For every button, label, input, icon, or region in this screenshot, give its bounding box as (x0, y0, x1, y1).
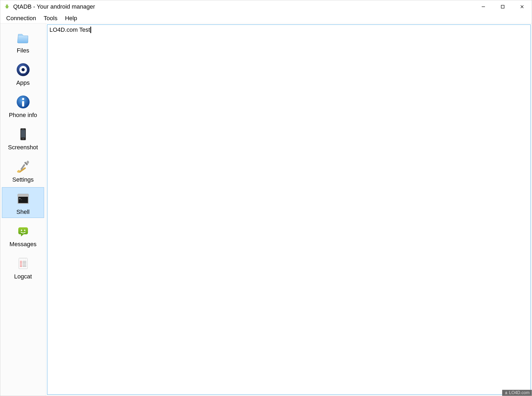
sidebar-item-settings[interactable]: Settings (2, 155, 44, 186)
close-button[interactable] (512, 0, 532, 13)
logcat-icon (15, 255, 32, 272)
svg-point-12 (22, 68, 25, 71)
svg-point-3 (6, 5, 7, 5)
menu-help[interactable]: Help (61, 14, 81, 23)
shell-terminal[interactable]: LO4D.com Test (47, 24, 531, 395)
sidebar-item-screenshot[interactable]: Screenshot (2, 123, 44, 153)
shell-text: LO4D.com Test (49, 26, 90, 33)
sidebar: Files Apps (0, 23, 46, 396)
files-icon (15, 29, 32, 46)
settings-icon (15, 158, 32, 175)
svg-point-4 (7, 5, 8, 5)
svg-point-14 (22, 98, 24, 100)
svg-point-1 (5, 6, 6, 7)
sidebar-item-apps[interactable]: Apps (2, 58, 44, 89)
sidebar-item-label: Shell (16, 208, 30, 215)
shell-icon: >_ (15, 190, 32, 207)
maximize-button[interactable] (493, 0, 512, 13)
info-icon (15, 93, 32, 111)
svg-rect-15 (22, 101, 24, 107)
sidebar-item-label: Logcat (14, 273, 32, 280)
apps-icon (15, 61, 32, 78)
sidebar-item-label: Messages (9, 241, 36, 248)
sidebar-item-label: Settings (12, 176, 34, 183)
watermark-text: LO4D.com (509, 390, 530, 395)
menubar: Connection Tools Help (0, 13, 532, 23)
sidebar-item-messages[interactable]: Messages (2, 220, 44, 250)
sidebar-item-files[interactable]: Files (2, 26, 44, 56)
svg-rect-8 (501, 5, 504, 8)
svg-point-29 (24, 230, 25, 231)
sidebar-item-logcat[interactable]: Logcat (2, 252, 44, 282)
svg-rect-17 (21, 130, 25, 137)
svg-line-5 (6, 4, 6, 5)
sidebar-item-label: Screenshot (8, 144, 38, 151)
android-icon (3, 3, 10, 10)
svg-rect-24 (18, 194, 28, 196)
svg-rect-0 (6, 6, 8, 8)
main-content: LO4D.com Test (46, 23, 532, 396)
svg-point-28 (21, 230, 22, 231)
sidebar-item-shell[interactable]: >_ Shell (2, 187, 44, 218)
minimize-button[interactable] (474, 0, 493, 13)
sidebar-item-phoneinfo[interactable]: Phone info (2, 90, 44, 121)
sidebar-item-label: Files (17, 47, 29, 54)
svg-rect-19 (22, 129, 24, 129)
sidebar-item-label: Phone info (9, 112, 37, 119)
app-window: QtADB - Your android manager Connection … (0, 0, 532, 396)
messages-icon (15, 222, 32, 240)
svg-line-6 (8, 4, 8, 5)
text-cursor (90, 27, 91, 33)
titlebar: QtADB - Your android manager (0, 0, 532, 13)
menu-tools[interactable]: Tools (40, 14, 61, 23)
svg-text:>_: >_ (19, 197, 22, 200)
screenshot-icon (15, 126, 32, 143)
window-title: QtADB - Your android manager (13, 3, 95, 10)
download-icon (504, 391, 508, 395)
svg-point-2 (8, 6, 9, 7)
body: Files Apps (0, 23, 532, 396)
menu-connection[interactable]: Connection (2, 14, 40, 23)
watermark-corner: LO4D.com (502, 390, 532, 396)
sidebar-item-label: Apps (16, 79, 30, 86)
svg-point-18 (23, 138, 24, 139)
window-controls (474, 0, 532, 13)
